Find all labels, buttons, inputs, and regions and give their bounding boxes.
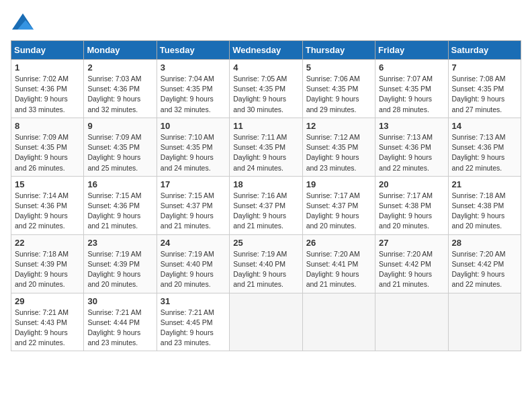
day-number: 29 <box>15 296 80 306</box>
calendar-cell <box>230 293 302 351</box>
day-number: 1 <box>15 62 80 73</box>
calendar-week-1: 1Sunrise: 7:02 AMSunset: 4:36 PMDaylight… <box>11 60 521 118</box>
day-info: Sunrise: 7:19 AMSunset: 4:39 PMDaylight:… <box>87 249 152 290</box>
calendar-cell: 31Sunrise: 7:21 AMSunset: 4:45 PMDayligh… <box>157 293 229 351</box>
calendar-week-4: 22Sunrise: 7:18 AMSunset: 4:39 PMDayligh… <box>11 234 521 293</box>
calendar-cell: 1Sunrise: 7:02 AMSunset: 4:36 PMDaylight… <box>11 60 84 118</box>
logo-icon <box>11 11 35 35</box>
calendar-cell: 9Sunrise: 7:09 AMSunset: 4:35 PMDaylight… <box>84 118 157 176</box>
calendar-cell <box>302 293 375 351</box>
day-info: Sunrise: 7:09 AMSunset: 4:35 PMDaylight:… <box>87 132 152 173</box>
day-info: Sunrise: 7:18 AMSunset: 4:39 PMDaylight:… <box>15 249 80 290</box>
day-number: 5 <box>306 62 371 73</box>
day-info: Sunrise: 7:14 AMSunset: 4:36 PMDaylight:… <box>15 191 80 232</box>
day-info: Sunrise: 7:19 AMSunset: 4:40 PMDaylight:… <box>233 249 298 290</box>
logo <box>11 11 38 35</box>
day-info: Sunrise: 7:15 AMSunset: 4:37 PMDaylight:… <box>161 191 226 232</box>
day-number: 23 <box>87 238 152 248</box>
calendar-cell: 23Sunrise: 7:19 AMSunset: 4:39 PMDayligh… <box>84 234 157 293</box>
day-info: Sunrise: 7:13 AMSunset: 4:36 PMDaylight:… <box>452 132 517 173</box>
calendar-cell: 21Sunrise: 7:18 AMSunset: 4:38 PMDayligh… <box>448 176 521 234</box>
calendar-cell: 30Sunrise: 7:21 AMSunset: 4:44 PMDayligh… <box>84 293 157 351</box>
day-info: Sunrise: 7:15 AMSunset: 4:36 PMDaylight:… <box>87 191 152 232</box>
day-info: Sunrise: 7:09 AMSunset: 4:35 PMDaylight:… <box>15 132 80 173</box>
day-number: 21 <box>452 179 517 189</box>
calendar-cell: 8Sunrise: 7:09 AMSunset: 4:35 PMDaylight… <box>11 118 84 176</box>
day-number: 12 <box>306 121 371 131</box>
calendar-cell: 16Sunrise: 7:15 AMSunset: 4:36 PMDayligh… <box>84 176 157 234</box>
calendar-cell: 10Sunrise: 7:10 AMSunset: 4:35 PMDayligh… <box>157 118 229 176</box>
calendar-cell: 28Sunrise: 7:20 AMSunset: 4:42 PMDayligh… <box>448 234 521 293</box>
calendar-cell: 15Sunrise: 7:14 AMSunset: 4:36 PMDayligh… <box>11 176 84 234</box>
day-info: Sunrise: 7:19 AMSunset: 4:40 PMDaylight:… <box>161 249 226 290</box>
calendar-cell: 4Sunrise: 7:05 AMSunset: 4:35 PMDaylight… <box>230 60 302 118</box>
calendar-week-3: 15Sunrise: 7:14 AMSunset: 4:36 PMDayligh… <box>11 176 521 234</box>
day-info: Sunrise: 7:11 AMSunset: 4:35 PMDaylight:… <box>233 132 298 173</box>
calendar-cell: 27Sunrise: 7:20 AMSunset: 4:42 PMDayligh… <box>375 234 448 293</box>
day-number: 11 <box>233 121 298 131</box>
day-info: Sunrise: 7:21 AMSunset: 4:43 PMDaylight:… <box>15 308 80 349</box>
weekday-monday: Monday <box>84 41 157 60</box>
calendar-cell: 14Sunrise: 7:13 AMSunset: 4:36 PMDayligh… <box>448 118 521 176</box>
calendar-week-2: 8Sunrise: 7:09 AMSunset: 4:35 PMDaylight… <box>11 118 521 176</box>
day-number: 31 <box>161 296 226 306</box>
day-number: 28 <box>452 238 517 248</box>
calendar-cell: 18Sunrise: 7:16 AMSunset: 4:37 PMDayligh… <box>230 176 302 234</box>
day-number: 4 <box>233 62 298 73</box>
day-info: Sunrise: 7:03 AMSunset: 4:36 PMDaylight:… <box>87 74 152 115</box>
calendar-cell: 3Sunrise: 7:04 AMSunset: 4:35 PMDaylight… <box>157 60 229 118</box>
day-info: Sunrise: 7:08 AMSunset: 4:35 PMDaylight:… <box>452 74 517 115</box>
day-info: Sunrise: 7:18 AMSunset: 4:38 PMDaylight:… <box>452 191 517 232</box>
weekday-friday: Friday <box>375 41 448 60</box>
day-info: Sunrise: 7:17 AMSunset: 4:38 PMDaylight:… <box>379 191 444 232</box>
day-number: 20 <box>379 179 444 189</box>
day-number: 10 <box>161 121 226 131</box>
calendar-cell: 19Sunrise: 7:17 AMSunset: 4:37 PMDayligh… <box>302 176 375 234</box>
calendar-cell: 7Sunrise: 7:08 AMSunset: 4:35 PMDaylight… <box>448 60 521 118</box>
weekday-wednesday: Wednesday <box>230 41 302 60</box>
day-info: Sunrise: 7:12 AMSunset: 4:35 PMDaylight:… <box>306 132 371 173</box>
day-info: Sunrise: 7:06 AMSunset: 4:35 PMDaylight:… <box>306 74 371 115</box>
day-number: 9 <box>87 121 152 131</box>
page-header <box>11 11 521 35</box>
day-number: 15 <box>15 179 80 189</box>
calendar-cell: 26Sunrise: 7:20 AMSunset: 4:41 PMDayligh… <box>302 234 375 293</box>
day-number: 30 <box>87 296 152 306</box>
calendar-cell: 17Sunrise: 7:15 AMSunset: 4:37 PMDayligh… <box>157 176 229 234</box>
calendar-cell <box>448 293 521 351</box>
day-info: Sunrise: 7:20 AMSunset: 4:42 PMDaylight:… <box>379 249 444 290</box>
day-info: Sunrise: 7:16 AMSunset: 4:37 PMDaylight:… <box>233 191 298 232</box>
day-info: Sunrise: 7:04 AMSunset: 4:35 PMDaylight:… <box>161 74 226 115</box>
day-info: Sunrise: 7:20 AMSunset: 4:41 PMDaylight:… <box>306 249 371 290</box>
calendar-cell: 5Sunrise: 7:06 AMSunset: 4:35 PMDaylight… <box>302 60 375 118</box>
day-number: 14 <box>452 121 517 131</box>
calendar-cell: 6Sunrise: 7:07 AMSunset: 4:35 PMDaylight… <box>375 60 448 118</box>
calendar-cell: 20Sunrise: 7:17 AMSunset: 4:38 PMDayligh… <box>375 176 448 234</box>
calendar-cell: 11Sunrise: 7:11 AMSunset: 4:35 PMDayligh… <box>230 118 302 176</box>
day-number: 7 <box>452 62 517 73</box>
day-number: 18 <box>233 179 298 189</box>
day-info: Sunrise: 7:05 AMSunset: 4:35 PMDaylight:… <box>233 74 298 115</box>
calendar-cell: 12Sunrise: 7:12 AMSunset: 4:35 PMDayligh… <box>302 118 375 176</box>
day-number: 24 <box>161 238 226 248</box>
weekday-sunday: Sunday <box>11 41 84 60</box>
weekday-saturday: Saturday <box>448 41 521 60</box>
calendar-cell: 29Sunrise: 7:21 AMSunset: 4:43 PMDayligh… <box>11 293 84 351</box>
day-number: 13 <box>379 121 444 131</box>
day-number: 2 <box>87 62 152 73</box>
day-number: 16 <box>87 179 152 189</box>
day-number: 27 <box>379 238 444 248</box>
calendar-cell: 25Sunrise: 7:19 AMSunset: 4:40 PMDayligh… <box>230 234 302 293</box>
calendar-table: SundayMondayTuesdayWednesdayThursdayFrid… <box>11 40 521 351</box>
day-number: 26 <box>306 238 371 248</box>
day-number: 17 <box>161 179 226 189</box>
day-info: Sunrise: 7:21 AMSunset: 4:44 PMDaylight:… <box>87 308 152 349</box>
weekday-tuesday: Tuesday <box>157 41 229 60</box>
day-info: Sunrise: 7:07 AMSunset: 4:35 PMDaylight:… <box>379 74 444 115</box>
day-info: Sunrise: 7:13 AMSunset: 4:36 PMDaylight:… <box>379 132 444 173</box>
day-info: Sunrise: 7:21 AMSunset: 4:45 PMDaylight:… <box>161 308 226 349</box>
calendar-cell <box>375 293 448 351</box>
calendar-cell: 22Sunrise: 7:18 AMSunset: 4:39 PMDayligh… <box>11 234 84 293</box>
weekday-header-row: SundayMondayTuesdayWednesdayThursdayFrid… <box>11 41 521 60</box>
day-number: 19 <box>306 179 371 189</box>
